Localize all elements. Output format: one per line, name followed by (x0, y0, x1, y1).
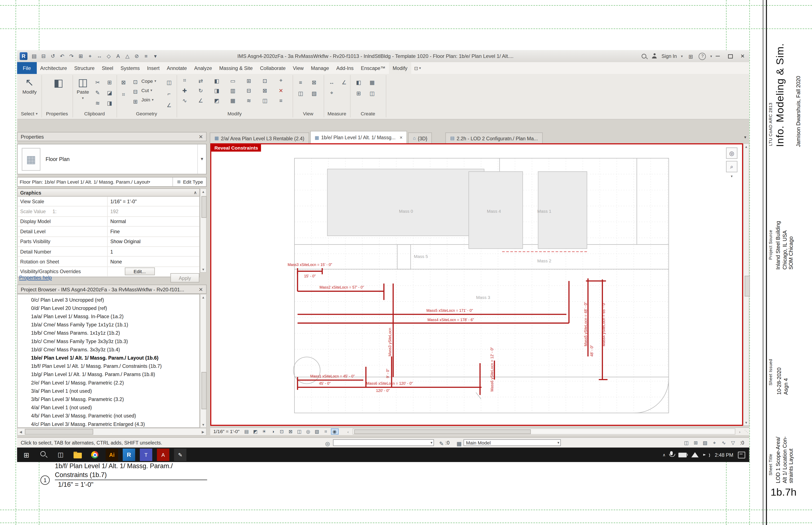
scroll-up-icon[interactable]: ▲ (744, 144, 749, 150)
wifi-icon[interactable] (692, 452, 699, 457)
browser-item[interactable]: 3/a/ Plan Level 1 (not used) (17, 387, 199, 395)
search-icon[interactable] (641, 53, 648, 59)
scale-icon[interactable]: ⊡ (261, 76, 269, 84)
crop-view-icon[interactable]: ⊡ (278, 429, 286, 435)
browser-item[interactable]: 2/e/ Plan Level 1/ Massg. Parametric (2.… (17, 379, 199, 387)
temporary-hide-isolate-icon[interactable]: ◫ (295, 429, 303, 435)
action-center-icon[interactable] (738, 451, 745, 458)
paste-aligned-icon[interactable]: ◪ (106, 89, 114, 96)
dimension-icon[interactable]: ⌖ (328, 89, 336, 97)
type-match-icon[interactable]: ≋ (94, 99, 102, 107)
cope-icon[interactable]: ⊡ (132, 77, 139, 85)
close-view-icon[interactable]: × (400, 135, 403, 140)
project-browser-header[interactable]: Project Browser - IMS Asgn4-2020zFa - 3a… (17, 285, 207, 294)
property-value[interactable]: 1/16" = 1'-0" (107, 197, 199, 206)
paint-icon[interactable]: ▦ (229, 96, 237, 104)
create-group-icon[interactable]: ◧ (355, 78, 363, 86)
array-icon[interactable]: ⊟ (245, 86, 253, 94)
cut-clipboard-icon[interactable]: ✂ (94, 78, 102, 86)
scroll-up-icon[interactable]: ▲ (201, 294, 206, 300)
browser-item[interactable]: 4/c/ Plan Level 3/ Massg. Parametric Enl… (17, 420, 199, 428)
browser-item[interactable]: 4/a/ Plan Level 1 (not used) (17, 404, 199, 412)
view-tab[interactable]: ⌂{3D} (408, 133, 432, 143)
property-value[interactable]: Normal (107, 217, 199, 226)
ribbon-tab-enscape[interactable]: Enscape™ (357, 62, 389, 74)
filter-icon[interactable]: ▽ (730, 439, 737, 446)
create-assembly-icon[interactable]: ◫ (368, 89, 376, 97)
copy-icon[interactable]: ⊞ (245, 76, 253, 84)
spline-icon[interactable]: ∿ (181, 96, 189, 104)
ribbon-tab-view[interactable]: View (289, 62, 307, 74)
drag-on-selection-icon[interactable]: ∿ (720, 439, 727, 446)
temporary-view-properties-icon[interactable]: ▧ (313, 429, 321, 435)
caret-down-icon[interactable]: ▾ (710, 54, 712, 58)
measure-along-element-icon[interactable]: ∠ (340, 78, 348, 86)
chevron-down-icon[interactable]: ▾ (148, 180, 150, 184)
user-interface-icon[interactable]: ◫ (297, 89, 304, 97)
drawing-area[interactable]: Mass 0Mass 4Mass 1Mass 5Mass 2Mass 3Mass… (210, 143, 743, 426)
floor-plan-canvas[interactable]: Mass 0Mass 4Mass 1Mass 5Mass 2Mass 3Mass… (211, 144, 742, 425)
trim-extend-icon[interactable]: ◨ (213, 86, 221, 94)
browser-hscrollbar[interactable]: ◀ ▶ (17, 428, 207, 436)
print-icon[interactable]: ⊞ (77, 52, 84, 60)
canvas-vscrollbar[interactable]: ▲ ▼ (743, 143, 749, 426)
ribbon-display-toggle[interactable]: ⊡ ▾ (414, 62, 421, 74)
design-options-dropdown[interactable]: Main Model ▾ (464, 439, 561, 446)
help-icon[interactable]: ? (699, 52, 706, 60)
property-value[interactable]: 1 (107, 247, 199, 256)
demolish-icon[interactable]: ≋ (245, 96, 253, 104)
browser-item[interactable]: 1b/f/ Plan Level 1/ Alt. 1/ Massg. Param… (17, 362, 199, 370)
microphone-icon[interactable] (670, 451, 673, 455)
search-icon[interactable] (37, 449, 50, 461)
select-pinned-icon[interactable]: ⌖ (711, 439, 718, 446)
browser-item[interactable]: 4/b/ Plan Level 3/ Massg. Parametric (no… (17, 412, 199, 420)
properties-palette-button[interactable]: ◧ (48, 77, 69, 89)
close-button[interactable]: ✕ (737, 52, 748, 60)
browser-scrollbar[interactable]: ▲ ▼ (200, 294, 207, 428)
text-note-icon[interactable]: A (114, 52, 121, 60)
angle-join-icon[interactable]: ∠ (165, 101, 173, 109)
ribbon-tab-systems[interactable]: Systems (117, 62, 143, 74)
start-button[interactable]: ⊞ (20, 449, 33, 461)
beam-join-icon[interactable]: ⌐ (165, 90, 173, 97)
switch-windows-icon[interactable]: ▧ (310, 89, 318, 97)
visual-style-icon[interactable]: ◩ (251, 429, 259, 435)
exclude-options-icon[interactable]: ▧ (701, 439, 708, 446)
browser-item[interactable]: 1b/a/ Cme/ Mass Family Type 1x1y1z (1b.1… (17, 321, 199, 329)
cut-geometry-icon[interactable]: ⊟ (132, 88, 139, 95)
shadows-icon[interactable]: ◑ (269, 429, 277, 435)
properties-help-link[interactable]: Properties help (19, 275, 52, 280)
exchange-apps-icon[interactable]: ⊞ (687, 52, 695, 60)
worksharing-display-icon[interactable]: ◫ (683, 439, 690, 446)
canvas-hscrollbar[interactable] (352, 429, 736, 435)
view-tab[interactable]: ▦1b/e/ Plan Level 1/ Alt. 1/ Massg...× (310, 131, 407, 144)
editable-only-icon[interactable]: ⊞ (692, 439, 699, 446)
join-button[interactable]: Join▾ (142, 96, 156, 104)
show-crop-region-icon[interactable]: ⊠ (287, 429, 294, 435)
trim-corner-icon[interactable]: ◧ (213, 76, 221, 84)
ribbon-tab-add-ins[interactable]: Add-Ins (333, 62, 357, 74)
ribbon-tab-modify[interactable]: Modify (389, 62, 411, 74)
scroll-left-icon[interactable]: ◀ (17, 430, 24, 434)
sign-in-button[interactable]: Sign In (662, 53, 677, 59)
battery-icon[interactable] (679, 452, 687, 457)
measure-between-refs-icon[interactable]: ↔ (328, 78, 336, 86)
panel-label-view[interactable]: View (293, 110, 324, 118)
browser-item[interactable]: 1b/b/ Cme/ Mass Params. 1x1y1z (1b.2) (17, 329, 199, 338)
scroll-left-icon[interactable]: ‹ (345, 430, 351, 433)
ribbon-tab-architecture[interactable]: Architecture (37, 62, 71, 74)
scroll-up-icon[interactable]: ▲ (201, 189, 206, 195)
close-hidden-windows-icon[interactable]: ⊠ (310, 78, 318, 86)
section-icon[interactable]: ⊘ (133, 52, 140, 60)
instance-selector[interactable]: Floor Plan: 1b/e/ Plan Level 1/ Alt. 1/ … (17, 177, 207, 187)
panel-label-measure[interactable]: Measure (324, 110, 350, 118)
pick-type-icon[interactable]: ◨ (106, 99, 114, 107)
property-value[interactable]: 192 (107, 207, 199, 216)
whiteboard-icon[interactable]: ✎ (174, 449, 187, 461)
undo-icon[interactable]: ↶ (59, 52, 66, 60)
qat-customize-icon[interactable]: ▾ (152, 52, 159, 60)
sun-path-icon[interactable]: ☀ (260, 429, 268, 435)
pin-icon[interactable]: ⌖ (277, 76, 285, 84)
collapse-icon[interactable]: ∧ (194, 190, 197, 195)
linework-icon[interactable]: ≡ (277, 96, 285, 104)
